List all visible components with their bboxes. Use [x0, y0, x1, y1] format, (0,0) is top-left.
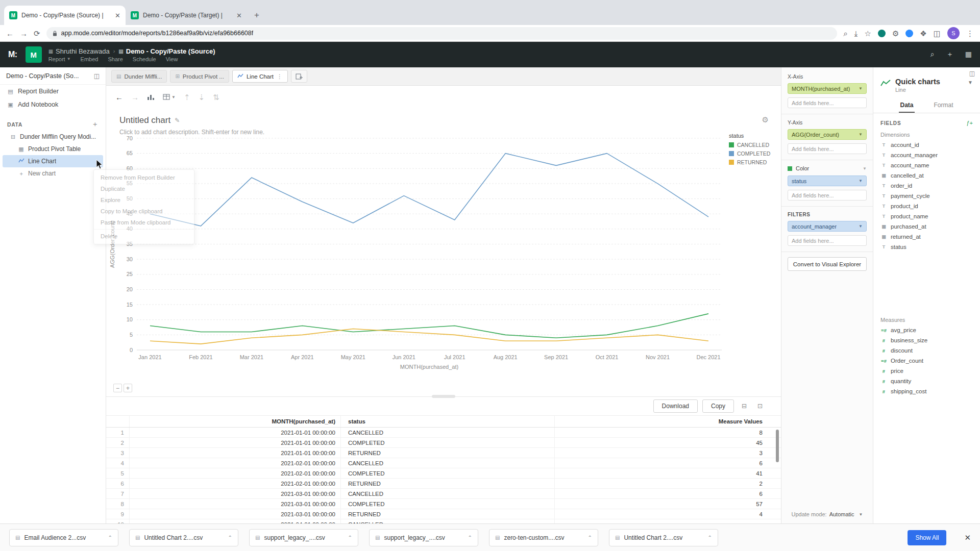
column-header-status[interactable]: status	[341, 416, 555, 427]
tree-item-new-chart[interactable]: ＋New chart	[3, 167, 103, 180]
table-row[interactable]: 72021-03-01 00:00:00CANCELLED6	[106, 489, 781, 499]
file-chip[interactable]: ▤Untitled Chart 2....csv⌃	[129, 529, 238, 546]
dimension-order_id[interactable]: Torder_id	[873, 181, 980, 191]
dimension-cancelled_at[interactable]: ▦cancelled_at	[873, 170, 980, 181]
resize-drag-handle[interactable]	[432, 395, 455, 398]
dimension-payment_cycle[interactable]: Tpayment_cycle	[873, 191, 980, 201]
chevron-up-icon[interactable]: ⌃	[228, 535, 232, 540]
update-mode-select[interactable]: Automatic ▼	[829, 511, 863, 517]
header-menu-report[interactable]: Report▼	[48, 56, 71, 62]
column-header-measure[interactable]: Measure Values	[555, 416, 781, 427]
editor-tab-product-pivot-[interactable]: ⊞Product Pivot ...	[170, 70, 229, 83]
edit-pencil-icon[interactable]: ✎	[175, 117, 180, 124]
collapse-table-icon[interactable]: ⊟	[739, 400, 750, 412]
table-row[interactable]: 52021-02-01 00:00:00COMPLETED41	[106, 468, 781, 479]
breadcrumb-user[interactable]: ▦ Shruthi Bezawada	[48, 47, 110, 55]
sort-descending-icon[interactable]: ⇣	[199, 93, 205, 101]
mode-logo[interactable]: M:	[8, 50, 17, 59]
collapse-panel-icon[interactable]: ◫	[969, 70, 975, 78]
close-tab-icon[interactable]: ✕	[115, 12, 120, 19]
table-row[interactable]: 22021-01-01 00:00:00COMPLETED45	[106, 438, 781, 448]
measure-quantity[interactable]: #quantity	[873, 376, 980, 386]
dimension-product_id[interactable]: Tproduct_id	[873, 201, 980, 211]
close-bar-icon[interactable]: ✕	[964, 533, 971, 542]
dimension-account_name[interactable]: Taccount_name	[873, 160, 980, 170]
header-menu-schedule[interactable]: Schedule	[133, 56, 156, 62]
chevron-up-icon[interactable]: ⌃	[708, 535, 712, 540]
filters-add-fields[interactable]: Add fields here...	[788, 235, 867, 246]
breadcrumb-report[interactable]: ▤ Demo - Copy/Paste (Source)	[118, 47, 215, 55]
color-section-header[interactable]: Color ▼	[788, 165, 867, 171]
chevron-up-icon[interactable]: ⌃	[468, 535, 472, 540]
legend-item[interactable]: COMPLETED	[729, 149, 773, 158]
copy-button[interactable]: Copy	[702, 399, 734, 413]
insert-table-button[interactable]: ▼	[163, 94, 176, 100]
chart-settings-gear-icon[interactable]: ⚙	[762, 115, 769, 124]
zoom-in-button[interactable]: +	[124, 384, 132, 392]
table-row[interactable]: 32021-01-01 00:00:00RETURNED3	[106, 448, 781, 458]
add-icon[interactable]: ＋	[946, 50, 953, 59]
chart-type-dropdown[interactable]: ▼	[968, 80, 973, 85]
add-data-icon[interactable]: ＋	[91, 120, 99, 129]
redo-icon[interactable]: →	[131, 93, 139, 101]
add-formula-icon[interactable]: ƒ+	[966, 120, 973, 126]
table-row[interactable]: 92021-03-01 00:00:00RETURNED4	[106, 509, 781, 519]
table-row[interactable]: 102021-04-01 00:00:00CANCELLED	[106, 519, 781, 523]
editor-tab-line-chart[interactable]: Line Chart⋮	[232, 70, 288, 83]
table-row[interactable]: 82021-03-01 00:00:00COMPLETED57	[106, 499, 781, 509]
new-tab-button[interactable]: +	[250, 9, 263, 22]
expand-table-icon[interactable]: ⊡	[754, 400, 766, 412]
context-menu-item[interactable]: Explore	[94, 194, 194, 206]
context-menu-item[interactable]: Remove from Report Builder	[94, 172, 194, 183]
tab-menu-icon[interactable]: ⋮	[277, 73, 283, 80]
address-bar[interactable]: app.mode.com/editor/mode/reports/b1286ea…	[46, 27, 838, 40]
header-menu-embed[interactable]: Embed	[81, 56, 99, 62]
back-icon[interactable]: ←	[6, 30, 14, 37]
measure-price[interactable]: #price	[873, 366, 980, 376]
legend-item[interactable]: RETURNED	[729, 158, 773, 166]
table-row[interactable]: 62021-02-01 00:00:00RETURNED2	[106, 479, 781, 489]
tree-item-product-pivot-table[interactable]: ▦Product Pivot Table	[3, 143, 103, 155]
dimension-returned_at[interactable]: ▦returned_at	[873, 232, 980, 242]
header-menu-view[interactable]: View	[166, 56, 178, 62]
context-menu-item[interactable]: Copy to Mode clipboard	[94, 206, 194, 217]
convert-to-visual-explorer-button[interactable]: Convert to Visual Explorer	[788, 257, 867, 271]
editor-tab-dunder-miffli-[interactable]: ▤Dunder Miffli...	[111, 70, 167, 83]
y-axis-add-fields[interactable]: Add fields here...	[788, 143, 867, 154]
kebab-menu-icon[interactable]: ⋮	[966, 30, 974, 37]
profile-avatar[interactable]: S	[947, 27, 960, 39]
filter-field-pill[interactable]: account_manager ▼	[788, 221, 867, 232]
tree-item-line-chart[interactable]: Line Chart	[3, 155, 103, 167]
context-menu-item[interactable]: Delete	[94, 229, 194, 242]
dimension-status[interactable]: Tstatus	[873, 242, 980, 252]
zoom-app-icon[interactable]	[905, 30, 913, 37]
legend-item[interactable]: CANCELLED	[729, 140, 773, 149]
sidebar-item-report-builder[interactable]: ▤ Report Builder	[0, 85, 106, 98]
zoom-out-button[interactable]: −	[113, 384, 122, 392]
file-chip[interactable]: ▤support_legacy_....csv⌃	[369, 529, 478, 546]
table-row[interactable]: 42021-02-01 00:00:00CANCELLED6	[106, 458, 781, 468]
collapse-sidebar-icon[interactable]: ◫	[94, 72, 100, 80]
file-chip[interactable]: ▤Email Audience 2...csv⌃	[9, 529, 118, 546]
x-axis-field-pill[interactable]: MONTH(purchased_at) ▼	[788, 83, 867, 94]
forward-icon[interactable]: →	[20, 30, 28, 37]
color-field-pill[interactable]: status ▼	[788, 176, 867, 186]
gear-extension-icon[interactable]: ⚙	[892, 30, 899, 37]
measure-avg_price[interactable]: =#avg_price	[873, 325, 980, 335]
browser-tab[interactable]: MDemo - Copy/Paste (Target) |✕	[126, 6, 247, 25]
table-scrollbar[interactable]	[776, 430, 779, 462]
undo-icon[interactable]: ←	[115, 93, 123, 101]
side-panel-icon[interactable]: ◫	[934, 30, 941, 37]
measure-business_size[interactable]: #business_size	[873, 335, 980, 345]
install-icon[interactable]: ⤓	[854, 30, 858, 37]
column-header-month[interactable]: MONTH(purchased_at)	[130, 416, 341, 427]
bookmark-star-icon[interactable]: ☆	[864, 30, 871, 37]
sort-ascending-icon[interactable]: ⇡	[184, 93, 190, 101]
measure-shipping_cost[interactable]: #shipping_cost	[873, 386, 980, 396]
file-chip[interactable]: ▤support_legacy_....csv⌃	[249, 529, 358, 546]
workspace-avatar[interactable]: M	[26, 46, 42, 63]
extensions-puzzle-icon[interactable]: ❖	[920, 30, 926, 37]
dimension-product_name[interactable]: Tproduct_name	[873, 211, 980, 221]
sidebar-item-add-notebook[interactable]: ▣ Add Notebook	[0, 98, 106, 111]
measure-discount[interactable]: #discount	[873, 345, 980, 356]
